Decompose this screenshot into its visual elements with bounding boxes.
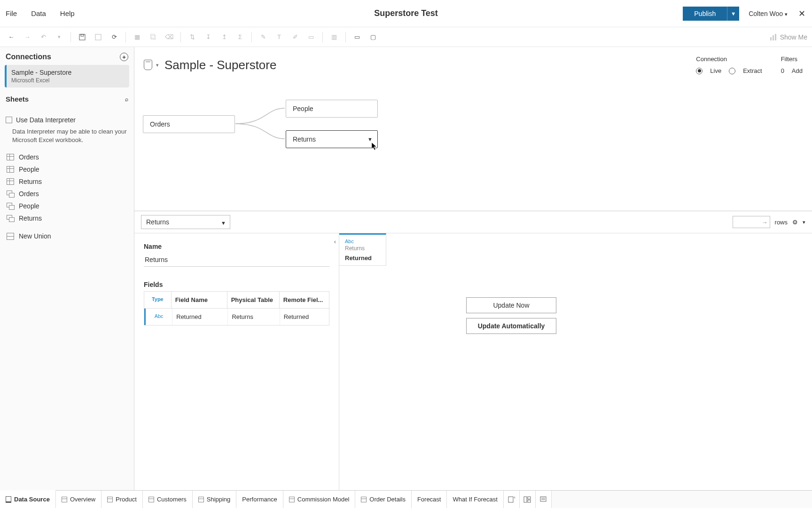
- update-automatically-button[interactable]: Update Automatically: [466, 318, 556, 334]
- sheet-orders[interactable]: Orders: [0, 151, 134, 163]
- linked-returns[interactable]: Returns: [0, 212, 134, 224]
- workbook-title: Superstore Test: [374, 8, 438, 18]
- user-menu[interactable]: Colten Woo ▾: [749, 10, 788, 17]
- sheet-icon: [62, 497, 67, 502]
- undo-icon[interactable]: ↶: [37, 31, 50, 44]
- update-now-button[interactable]: Update Now: [466, 297, 556, 313]
- rows-input[interactable]: →: [733, 216, 770, 228]
- back-icon[interactable]: ←: [5, 31, 18, 44]
- tab-product[interactable]: Product: [102, 491, 143, 508]
- connection-item[interactable]: Sample - Superstore Microsoft Excel: [5, 65, 129, 87]
- svg-rect-1: [81, 34, 84, 36]
- sheet-returns[interactable]: Returns: [0, 175, 134, 188]
- fields-label: Fields: [144, 281, 329, 288]
- field-name: Returned: [172, 309, 228, 325]
- chevron-down-icon[interactable]: ▼: [367, 136, 373, 142]
- col-physicaltable-header[interactable]: Physical Table: [227, 292, 280, 308]
- connections-label: Connections: [6, 53, 51, 61]
- join-table-orders[interactable]: Orders: [143, 115, 235, 133]
- clear-icon: ⌫: [163, 31, 176, 44]
- linked-people[interactable]: People: [0, 200, 134, 212]
- new-dashboard-button[interactable]: [520, 491, 536, 508]
- svg-rect-0: [79, 34, 85, 40]
- svg-text:+: +: [514, 496, 515, 500]
- menu-file[interactable]: File: [6, 9, 17, 17]
- linked-table-icon: [7, 215, 14, 222]
- name-field[interactable]: Returns: [144, 253, 329, 267]
- svg-rect-6: [508, 497, 513, 502]
- interpreter-label: Use Data Interpreter: [16, 116, 76, 124]
- chevron-down-icon: ▼: [221, 220, 226, 226]
- add-connection-icon[interactable]: +: [120, 53, 128, 61]
- svg-rect-4: [773, 35, 774, 40]
- menu-data[interactable]: Data: [31, 9, 46, 17]
- live-radio[interactable]: [696, 68, 703, 74]
- totals-icon: Σ: [234, 31, 247, 44]
- preview-table: Returns: [345, 245, 380, 252]
- chevron-down-icon: ▼: [731, 11, 736, 16]
- filters-add[interactable]: Add: [792, 67, 803, 74]
- table-selector[interactable]: Returns ▼: [141, 215, 230, 229]
- linked-orders[interactable]: Orders: [0, 188, 134, 200]
- tab-overview[interactable]: Overview: [56, 491, 102, 508]
- datasource-title[interactable]: Sample - Superstore: [164, 58, 276, 72]
- collapse-caret-icon[interactable]: ‹: [331, 237, 339, 246]
- col-type-header: Type: [144, 292, 172, 308]
- connection-label: Connection: [696, 56, 762, 63]
- tab-data-source[interactable]: Data Source: [0, 490, 56, 508]
- save-icon[interactable]: [76, 31, 89, 44]
- linked-table-icon: [7, 190, 14, 197]
- join-table-returns[interactable]: Returns ▼: [286, 130, 378, 148]
- search-sheets-icon[interactable]: ⌕: [125, 96, 128, 103]
- undo-dropdown[interactable]: ▾: [53, 31, 66, 44]
- text-icon: T: [273, 31, 286, 44]
- sheets-label: Sheets: [6, 95, 29, 103]
- join-table-people[interactable]: People: [286, 100, 378, 118]
- tab-commission-model[interactable]: Commission Model: [283, 491, 356, 508]
- preview-column[interactable]: Abc Returns Returned: [339, 233, 386, 266]
- tab-forecast[interactable]: Forecast: [412, 491, 447, 508]
- tab-shipping[interactable]: Shipping: [193, 491, 237, 508]
- new-story-button[interactable]: [536, 491, 552, 508]
- col-remotefield-header[interactable]: Remote Fiel...: [280, 292, 329, 308]
- svg-rect-5: [775, 34, 776, 40]
- dashboard-icon: ▥: [328, 31, 341, 44]
- svg-rect-10: [528, 500, 531, 502]
- sheet-icon: [361, 497, 367, 502]
- datasource-dropdown-icon[interactable]: ▾: [156, 62, 159, 68]
- tab-customers[interactable]: Customers: [143, 491, 193, 508]
- show-me-button[interactable]: Show Me: [770, 33, 807, 41]
- chevron-down-icon: ▾: [785, 11, 788, 17]
- menu-help[interactable]: Help: [60, 9, 75, 17]
- svg-rect-2: [95, 34, 101, 40]
- union-icon: [7, 233, 14, 239]
- field-row[interactable]: Abc Returned Returns Returned: [144, 309, 329, 325]
- sheet-icon: [107, 497, 113, 502]
- forward-icon[interactable]: →: [21, 31, 34, 44]
- settings-icon[interactable]: ⚙: [792, 219, 798, 226]
- publish-button[interactable]: Publish: [683, 7, 727, 21]
- new-union[interactable]: New Union: [0, 230, 134, 242]
- refresh-icon[interactable]: ⟳: [108, 31, 121, 44]
- publish-dropdown[interactable]: ▼: [727, 7, 739, 21]
- field-physical-table: Returns: [228, 309, 280, 325]
- new-worksheet-button[interactable]: +: [504, 491, 520, 508]
- highlight-icon: ✎: [257, 31, 270, 44]
- device-icon[interactable]: ▭: [351, 31, 364, 44]
- tab-order-details[interactable]: Order Details: [355, 491, 412, 508]
- annotation-icon: ✐: [289, 31, 302, 44]
- live-label: Live: [710, 67, 721, 74]
- table-icon: [7, 178, 14, 185]
- close-button[interactable]: ✕: [797, 8, 806, 19]
- saveas-icon[interactable]: [92, 31, 105, 44]
- col-fieldname-header[interactable]: Field Name: [172, 292, 227, 308]
- presentation-icon[interactable]: ▢: [367, 31, 380, 44]
- extract-radio[interactable]: [729, 68, 735, 74]
- sheet-people[interactable]: People: [0, 163, 134, 175]
- tab-performance[interactable]: Performance: [236, 491, 283, 508]
- interpreter-checkbox[interactable]: [6, 117, 12, 123]
- connection-name: Sample - Superstore: [11, 69, 125, 76]
- name-label: Name: [144, 243, 329, 250]
- chevron-down-icon[interactable]: ▾: [803, 219, 805, 225]
- tab-what-if-forecast[interactable]: What If Forecast: [447, 491, 503, 508]
